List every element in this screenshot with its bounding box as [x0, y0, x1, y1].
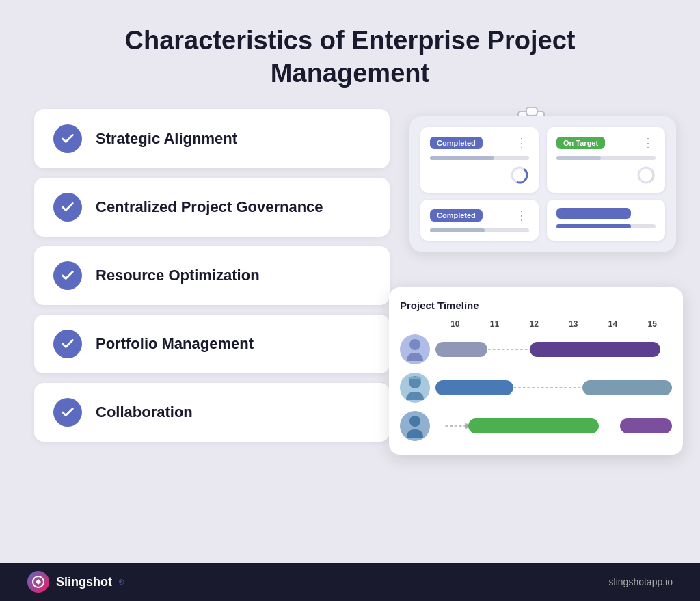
col-15: 15: [632, 319, 672, 329]
check-icon-4: [53, 330, 82, 358]
logo-text: Slingshot: [56, 575, 112, 589]
footer-logo: Slingshot ®: [27, 571, 124, 593]
dots-menu-2[interactable]: ⋮: [642, 135, 656, 150]
check-icon-1: [53, 124, 82, 153]
status-row-2: Completed ⋮: [420, 200, 665, 241]
status-card-blue: [547, 200, 665, 241]
footer: Slingshot ® slingshotapp.io: [0, 563, 700, 601]
status-card-completed-2: Completed ⋮: [420, 200, 539, 241]
timeline-header: 10 11 12 13 14 15: [400, 319, 672, 329]
col-11: 11: [475, 319, 515, 329]
page-background: Characteristics of Enterprise Project Ma…: [0, 0, 700, 601]
dots-menu-1[interactable]: ⋮: [515, 135, 529, 150]
item-label-5: Collaboration: [96, 403, 193, 421]
title-section: Characteristics of Enterprise Project Ma…: [0, 0, 700, 109]
timeline-title: Project Timeline: [400, 299, 672, 311]
status-row-1: Completed ⋮ On Target ⋮: [420, 127, 665, 193]
item-label-1: Strategic Alignment: [96, 130, 237, 148]
col-12: 12: [514, 319, 554, 329]
svg-rect-1: [526, 107, 537, 116]
list-item: Collaboration: [34, 383, 390, 442]
avatar-3: [400, 411, 430, 441]
col-13: 13: [554, 319, 593, 329]
list-item: Strategic Alignment: [34, 109, 390, 168]
item-label-4: Portfolio Management: [96, 335, 254, 353]
svg-point-7: [409, 339, 420, 350]
status-card-ontarget: On Target ⋮: [547, 127, 665, 193]
gantt-bar-container-3: [435, 415, 672, 437]
timeline-panel: Project Timeline 10 11 12 13 14 15: [389, 287, 683, 455]
gantt-rows: [400, 334, 672, 441]
badge-ontarget: On Target: [556, 137, 605, 149]
logo-icon: [27, 571, 49, 593]
badge-completed-2: Completed: [430, 209, 483, 222]
check-icon-3: [53, 261, 82, 290]
gantt-bar-container-2: [435, 377, 672, 399]
list-item: Centralized Project Governance: [34, 178, 390, 237]
item-label-2: Centralized Project Governance: [96, 198, 323, 216]
gantt-row-1: [400, 334, 672, 364]
characteristics-list: Strategic Alignment Centralized Project …: [34, 109, 390, 442]
gantt-row-2: [400, 373, 672, 403]
dots-menu-3[interactable]: ⋮: [515, 208, 529, 223]
gantt-row-3: [400, 411, 672, 441]
list-item: Resource Optimization: [34, 246, 390, 305]
col-10: 10: [435, 319, 475, 329]
status-panel: Completed ⋮ On Target ⋮: [409, 116, 676, 252]
page-title: Characteristics of Enterprise Project Ma…: [82, 25, 618, 90]
check-icon-2: [53, 193, 82, 222]
footer-url: slingshotapp.io: [609, 576, 673, 587]
avatar-1: [400, 334, 430, 364]
check-icon-5: [53, 398, 82, 427]
gantt-bar-container-1: [435, 338, 672, 360]
list-item: Portfolio Management: [34, 315, 390, 373]
item-label-3: Resource Optimization: [96, 267, 260, 284]
badge-completed-1: Completed: [430, 137, 483, 149]
col-14: 14: [593, 319, 633, 329]
avatar-2: [400, 373, 430, 403]
status-card-completed-1: Completed ⋮: [420, 127, 539, 193]
svg-point-13: [409, 416, 420, 427]
